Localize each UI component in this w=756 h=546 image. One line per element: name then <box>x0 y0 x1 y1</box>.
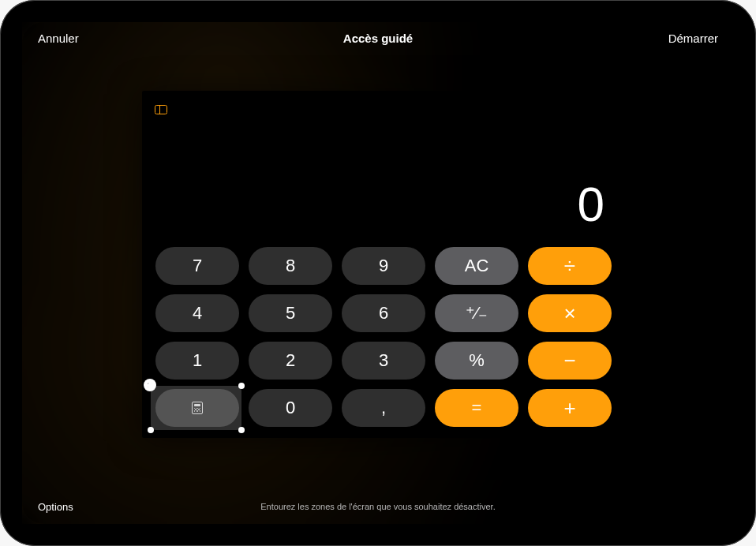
key-plus[interactable]: + <box>528 389 612 427</box>
key-three[interactable]: 3 <box>342 342 425 380</box>
toggle-sidebar-icon[interactable] <box>155 105 167 114</box>
key-divide[interactable]: ÷ <box>528 247 612 285</box>
guided-access-setup-screen: Annuler Accès guidé Démarrer 0 7 8 9 AC … <box>22 22 734 524</box>
key-minus[interactable]: − <box>528 342 612 380</box>
options-button[interactable]: Options <box>38 501 73 513</box>
key-four[interactable]: 4 <box>155 294 239 332</box>
key-seven[interactable]: 7 <box>155 247 239 285</box>
key-nine[interactable]: 9 <box>342 247 425 285</box>
calculator-display: 0 <box>578 176 604 232</box>
start-button[interactable]: Démarrer <box>668 32 718 45</box>
key-sign[interactable]: ⁺∕₋ <box>435 294 518 332</box>
key-decimal[interactable]: , <box>342 389 425 427</box>
key-five[interactable]: 5 <box>249 294 332 332</box>
key-six[interactable]: 6 <box>342 294 425 332</box>
page-title: Accès guidé <box>343 32 413 45</box>
bottom-bar: Options Entourez les zones de l'écran qu… <box>22 486 734 524</box>
resize-handle-top-right[interactable] <box>238 383 245 389</box>
ipad-frame: Annuler Accès guidé Démarrer 0 7 8 9 AC … <box>0 0 756 546</box>
key-multiply[interactable]: × <box>528 294 612 332</box>
key-two[interactable]: 2 <box>249 342 332 380</box>
instruction-text: Entourez les zones de l'écran que vous s… <box>260 502 495 511</box>
resize-handle-bottom-right[interactable] <box>238 427 245 433</box>
app-preview[interactable]: 0 7 8 9 AC ÷ 4 5 6 ⁺∕₋ × <box>142 91 625 438</box>
disabled-region[interactable]: × <box>151 386 241 430</box>
key-one[interactable]: 1 <box>155 342 239 380</box>
cancel-button[interactable]: Annuler <box>38 32 79 45</box>
key-zero[interactable]: 0 <box>249 389 332 427</box>
resize-handle-top-left[interactable] <box>148 383 154 389</box>
top-bar: Annuler Accès guidé Démarrer <box>22 22 734 60</box>
key-all-clear[interactable]: AC <box>435 247 518 285</box>
key-equals[interactable]: = <box>435 389 518 427</box>
bezel: Annuler Accès guidé Démarrer 0 7 8 9 AC … <box>11 11 745 535</box>
resize-handle-bottom-left[interactable] <box>148 427 154 433</box>
key-percent[interactable]: % <box>435 342 518 380</box>
key-eight[interactable]: 8 <box>249 247 332 285</box>
